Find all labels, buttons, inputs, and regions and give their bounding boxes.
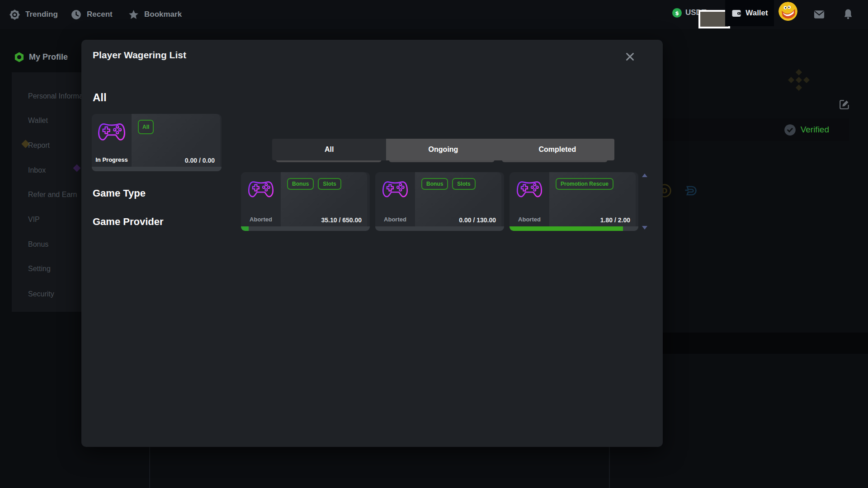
background-divider — [609, 447, 610, 488]
sidebar-item-report[interactable]: Report — [28, 141, 50, 150]
wager-value: 35.10 / 650.00 — [321, 216, 362, 224]
bookmark-icon — [128, 9, 139, 20]
summary-status: In Progress — [95, 156, 128, 163]
sidebar-item-inbox[interactable]: Inbox — [28, 166, 46, 174]
player-wagering-modal: Player Wagering List All In Progress All… — [81, 40, 663, 447]
scroll-up-arrow[interactable] — [642, 174, 647, 177]
scroll-down-arrow[interactable] — [642, 226, 647, 230]
recent-icon — [71, 9, 82, 20]
wager-summary-card[interactable]: In Progress All 0.00 / 0.00 — [92, 114, 222, 171]
badge-slots: Slots — [452, 178, 475, 190]
summary-value: 0.00 / 0.00 — [185, 157, 215, 164]
sidebar-item-refer-and-earn[interactable]: Refer and Earn — [28, 191, 77, 199]
badge-bonus: Bonus — [287, 178, 314, 190]
background-divider — [149, 447, 150, 488]
badge-all: All — [138, 120, 154, 134]
section-heading-game-provider: Game Provider — [93, 216, 164, 228]
tab-all[interactable]: All — [272, 139, 386, 160]
gamepad-icon — [516, 178, 542, 199]
wager-progress-track — [509, 226, 638, 231]
verified-label: Verified — [801, 125, 829, 135]
nav-trending-label: Trending — [25, 10, 58, 19]
gamepad-icon — [98, 120, 126, 143]
top-header: Trending Recent Bookmark $ USDT Wallet — [0, 0, 868, 29]
wager-card-1[interactable]: Aborted Bonus Slots 35.10 / 650.00 — [241, 172, 370, 231]
sidebar-item-wallet[interactable]: Wallet — [28, 117, 48, 125]
nav-trending[interactable]: Trending — [9, 0, 58, 29]
sidebar-item-security[interactable]: Security — [28, 290, 54, 298]
dash-coin-decoration — [682, 183, 698, 201]
kyc-status-bar: Verified — [663, 118, 849, 141]
section-heading-all: All — [93, 91, 107, 104]
wager-progress-fill — [509, 226, 623, 231]
wager-card-2[interactable]: Aborted Bonus Slots 0.00 / 130.00 — [375, 172, 504, 231]
notifications-bell-icon[interactable] — [842, 8, 854, 20]
usdt-coin-icon: $ — [672, 8, 682, 18]
wager-status: Aborted — [518, 216, 541, 223]
my-profile-label: My Profile — [29, 52, 68, 62]
nav-recent[interactable]: Recent — [71, 0, 113, 29]
wallet-button-label: Wallet — [745, 9, 768, 18]
section-heading-game-type: Game Type — [93, 188, 146, 199]
badge-promotion-rescue: Promotion Rescue — [556, 178, 613, 190]
sidebar-item-setting[interactable]: Setting — [28, 265, 51, 273]
sidebar-item-vip[interactable]: VIP — [28, 216, 40, 224]
verified-check-icon — [784, 124, 796, 136]
nav-bookmark-label: Bookmark — [144, 10, 182, 19]
wager-card-3[interactable]: Aborted Promotion Rescue 1.80 / 2.00 — [509, 172, 638, 231]
nav-recent-label: Recent — [87, 10, 113, 19]
edit-pencil-icon[interactable] — [839, 99, 850, 110]
wallet-button[interactable]: Wallet — [725, 0, 774, 26]
background-row-band — [663, 333, 868, 354]
user-avatar[interactable] — [778, 2, 797, 21]
my-profile-header[interactable]: My Profile — [14, 52, 68, 63]
binance-logo-decoration — [788, 69, 810, 93]
sidebar-item-bonus[interactable]: Bonus — [28, 240, 48, 249]
modal-close-icon[interactable] — [623, 50, 637, 63]
wager-value: 0.00 / 130.00 — [459, 216, 496, 224]
wallet-icon — [731, 8, 742, 19]
wager-status: Aborted — [250, 216, 272, 223]
status-tabbar: All Ongoing Completed — [272, 139, 614, 160]
gamepad-icon — [248, 178, 274, 199]
nav-bookmark[interactable]: Bookmark — [128, 0, 182, 29]
wager-progress-track — [375, 226, 504, 231]
messages-icon[interactable] — [813, 8, 826, 21]
wager-status: Aborted — [384, 216, 406, 223]
trending-icon — [9, 9, 20, 20]
badge-bonus: Bonus — [421, 178, 448, 190]
wager-progress-track — [241, 226, 370, 231]
tab-ongoing[interactable]: Ongoing — [386, 139, 500, 160]
badge-slots: Slots — [318, 178, 341, 190]
wager-progress-fill — [241, 226, 249, 231]
modal-title: Player Wagering List — [93, 50, 186, 61]
wager-value: 1.80 / 2.00 — [600, 216, 630, 224]
summary-progress-track — [92, 167, 222, 171]
tab-completed[interactable]: Completed — [500, 139, 614, 160]
svg-text:$: $ — [675, 9, 679, 16]
profile-hex-icon — [14, 52, 25, 63]
gamepad-icon — [382, 178, 408, 199]
